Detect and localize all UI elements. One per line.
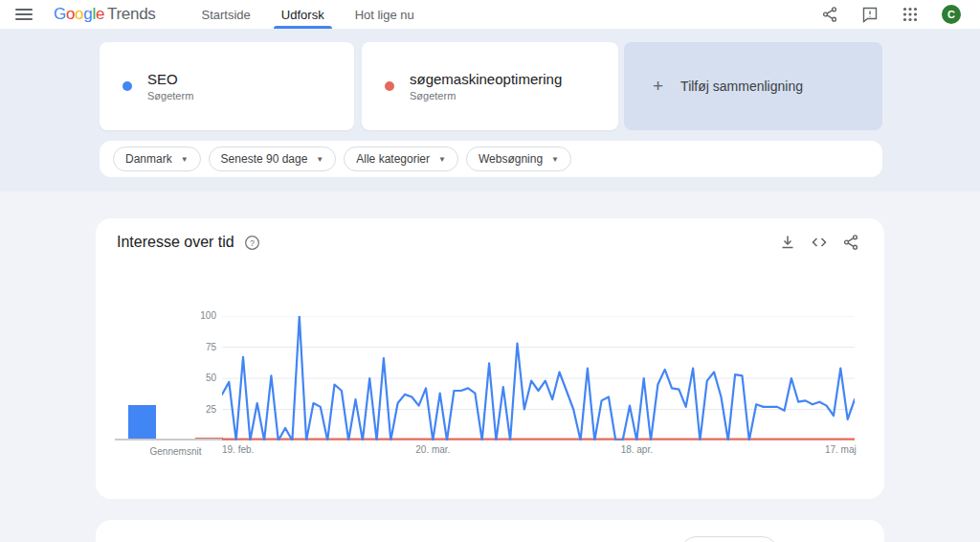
y-axis-tick-label: 25 bbox=[176, 404, 216, 415]
average-bar bbox=[128, 405, 156, 439]
x-axis-tick-label: 19. feb. bbox=[222, 444, 254, 455]
google-logo-text: Google bbox=[54, 5, 104, 24]
filter-searchtype-dropdown[interactable]: Websøgning▼ bbox=[466, 147, 571, 171]
y-axis-tick-label: 75 bbox=[176, 342, 216, 352]
chevron-down-icon: ▼ bbox=[316, 155, 323, 164]
trends-logo-text: Trends bbox=[107, 5, 155, 24]
apps-grid-icon[interactable] bbox=[902, 6, 919, 23]
active-tab-underline bbox=[274, 26, 332, 29]
term-type-label: Søgeterm bbox=[410, 90, 562, 102]
series-color-dot bbox=[122, 81, 132, 91]
average-bar bbox=[195, 438, 223, 439]
tab-hot-lige-nu[interactable]: Hot lige nu bbox=[340, 0, 430, 29]
y-axis-tick-label: 100 bbox=[176, 310, 216, 321]
term-label: søgemaskineoptimering bbox=[410, 71, 562, 87]
term-card-sogemaskineoptimering[interactable]: søgemaskineoptimering Søgeterm bbox=[362, 42, 618, 130]
series-color-dot bbox=[385, 81, 394, 91]
top-app-bar: Google Trends Startside Udforsk Hot lige… bbox=[0, 0, 980, 29]
chevron-down-icon: ▼ bbox=[181, 155, 189, 164]
add-comparison-button[interactable]: + Tilføj sammenligning bbox=[624, 42, 882, 130]
x-axis-tick-label: 18. apr. bbox=[621, 444, 653, 455]
google-trends-logo[interactable]: Google Trends bbox=[54, 5, 156, 24]
term-type-label: Søgeterm bbox=[147, 90, 193, 102]
next-section-card-partial bbox=[96, 520, 884, 542]
filter-country-dropdown[interactable]: Danmark▼ bbox=[113, 147, 201, 171]
filter-category-dropdown[interactable]: Alle kategorier▼ bbox=[344, 147, 458, 171]
comparison-band: SEO Søgeterm søgemaskineoptimering Søget… bbox=[0, 29, 980, 192]
interest-over-time-card: Interesse over tid ? Gennemsnit 10075502… bbox=[96, 218, 884, 499]
avatar[interactable]: C bbox=[942, 5, 961, 24]
line-chart[interactable] bbox=[222, 316, 855, 440]
feedback-icon[interactable] bbox=[861, 6, 879, 23]
nav-tabs: Startside Udforsk Hot lige nu bbox=[187, 0, 430, 29]
x-axis-tick-label: 20. mar. bbox=[415, 444, 450, 455]
plus-icon: + bbox=[653, 76, 663, 97]
average-label: Gennemsnit bbox=[115, 446, 236, 457]
term-label: SEO bbox=[147, 71, 193, 87]
share-icon[interactable] bbox=[821, 6, 838, 23]
x-axis-tick-label: 17. maj bbox=[825, 444, 857, 455]
chevron-down-icon: ▼ bbox=[551, 155, 559, 164]
filter-bar: Danmark▼ Seneste 90 dage▼ Alle kategorie… bbox=[100, 141, 882, 177]
tab-udforsk[interactable]: Udforsk bbox=[266, 0, 340, 29]
menu-icon[interactable] bbox=[15, 9, 33, 20]
chart-plot-region: Gennemsnit 10075502519. feb.20. mar.18. … bbox=[96, 218, 884, 499]
chevron-down-icon: ▼ bbox=[438, 155, 446, 164]
tab-startside[interactable]: Startside bbox=[187, 0, 266, 29]
partial-pill-button[interactable] bbox=[681, 536, 777, 542]
main-content: Interesse over tid ? Gennemsnit 10075502… bbox=[0, 192, 980, 542]
y-axis-tick-label: 50 bbox=[176, 373, 216, 383]
filter-timerange-dropdown[interactable]: Seneste 90 dage▼ bbox=[209, 147, 337, 171]
term-card-seo[interactable]: SEO Søgeterm bbox=[100, 42, 354, 130]
